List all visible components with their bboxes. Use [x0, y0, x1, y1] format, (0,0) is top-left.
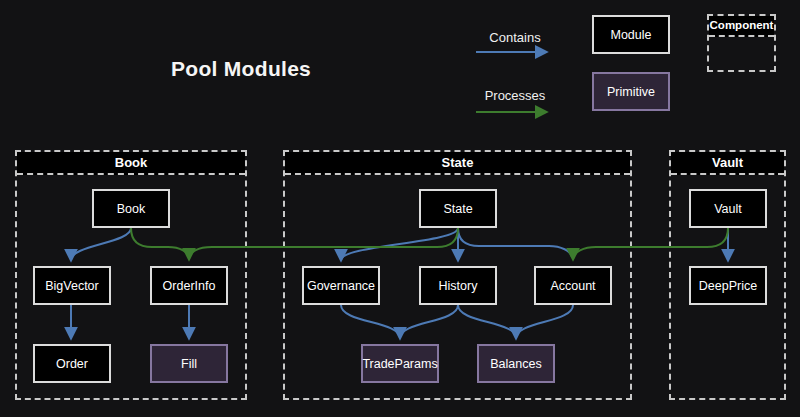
- container-state-title: State: [285, 152, 630, 175]
- node-book-label: Book: [117, 202, 146, 216]
- node-orderinfo-label: OrderInfo: [163, 279, 216, 293]
- node-bigvector: BigVector: [33, 266, 111, 305]
- legend-processes-label: Processes: [455, 88, 575, 103]
- node-history-label: History: [439, 279, 478, 293]
- node-fill: Fill: [150, 344, 228, 383]
- node-balances-label: Balances: [490, 357, 541, 371]
- node-deepprice: DeepPrice: [689, 266, 767, 305]
- node-order-label: Order: [56, 357, 88, 371]
- node-governance: Governance: [302, 266, 380, 305]
- node-governance-label: Governance: [307, 279, 375, 293]
- node-book: Book: [92, 189, 170, 228]
- container-vault-title: Vault: [671, 152, 784, 175]
- node-vault-label: Vault: [714, 202, 742, 216]
- pool-modules-diagram: Pool Modules Contains Processes Module P…: [0, 0, 800, 417]
- node-vault: Vault: [689, 189, 767, 228]
- legend-component-label: Component: [709, 16, 774, 37]
- page-title: Pool Modules: [171, 57, 311, 81]
- node-state: State: [419, 189, 497, 228]
- node-fill-label: Fill: [181, 357, 197, 371]
- node-tradeparams: TradeParams: [361, 344, 439, 383]
- node-orderinfo: OrderInfo: [150, 266, 228, 305]
- node-state-label: State: [443, 202, 472, 216]
- node-account: Account: [534, 266, 612, 305]
- legend-primitive-label: Primitive: [607, 85, 655, 99]
- node-tradeparams-label: TradeParams: [362, 357, 437, 371]
- node-history: History: [419, 266, 497, 305]
- node-balances: Balances: [477, 344, 555, 383]
- node-bigvector-label: BigVector: [45, 279, 99, 293]
- node-order: Order: [33, 344, 111, 383]
- legend-contains-label: Contains: [455, 30, 575, 45]
- legend-component-box: Component: [707, 14, 776, 72]
- legend-module-label: Module: [611, 28, 652, 42]
- legend-primitive-box: Primitive: [592, 72, 670, 111]
- node-account-label: Account: [550, 279, 595, 293]
- container-book-title: Book: [17, 152, 245, 175]
- legend-module-box: Module: [592, 15, 670, 54]
- node-deepprice-label: DeepPrice: [699, 279, 757, 293]
